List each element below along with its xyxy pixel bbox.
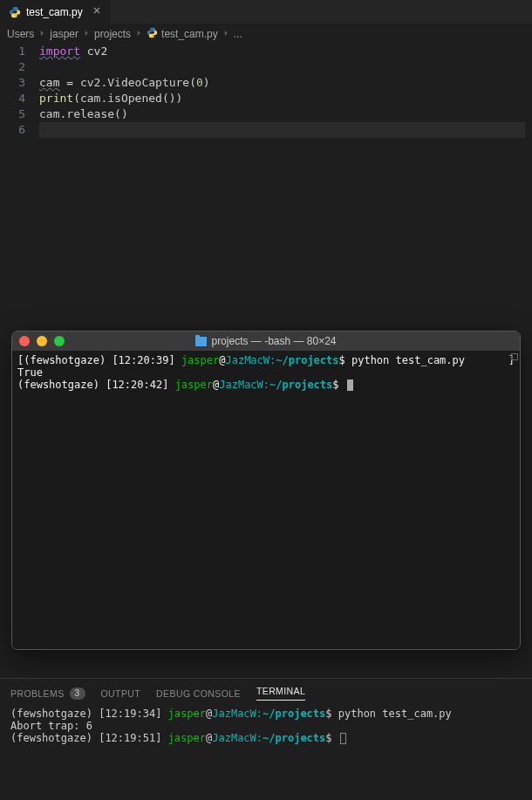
crumb-projects[interactable]: projects: [94, 28, 131, 40]
tab-terminal[interactable]: TERMINAL: [256, 686, 305, 701]
minimize-window-icon[interactable]: [37, 336, 47, 346]
close-icon[interactable]: [92, 5, 102, 18]
tab-output[interactable]: OUTPUT: [101, 686, 141, 701]
chevron-right-icon: [82, 28, 91, 40]
traffic-lights: [19, 336, 65, 346]
editor-tab-bar: test_cam.py: [0, 0, 532, 24]
bottom-panel: PROBLEMS 3 OUTPUT DEBUG CONSOLE TERMINAL…: [0, 678, 532, 800]
problems-badge: 3: [70, 687, 85, 700]
line-number-gutter: 123456: [0, 44, 39, 314]
crumb-jasper[interactable]: jasper: [50, 28, 78, 40]
panel-tab-bar: PROBLEMS 3 OUTPUT DEBUG CONSOLE TERMINAL: [0, 679, 532, 706]
chevron-right-icon: [134, 28, 143, 40]
python-icon: [9, 6, 21, 18]
close-window-icon[interactable]: [19, 336, 30, 346]
tab-debug-console[interactable]: DEBUG CONSOLE: [156, 686, 241, 701]
macos-terminal-window[interactable]: projects — -bash — 80×24 [(fewshotgaze) …: [11, 331, 521, 650]
integrated-terminal-body[interactable]: (fewshotgaze) [12:19:34] jasper@JazMacW:…: [0, 706, 532, 800]
python-icon: [147, 27, 158, 41]
terminal-body[interactable]: [(fewshotgaze) [12:20:39] jasper@JazMacW…: [12, 351, 520, 649]
code-content[interactable]: import cv2cam = cv2.VideoCapture(0)print…: [39, 44, 532, 314]
breadcrumb[interactable]: Users jasper projects test_cam.py ...: [0, 24, 532, 44]
maximize-window-icon[interactable]: [54, 336, 65, 346]
tab-test-cam[interactable]: test_cam.py: [0, 0, 112, 24]
tab-label: test_cam.py: [26, 6, 83, 18]
terminal-scroll-indicator: [511, 353, 518, 360]
chevron-right-icon: [222, 28, 230, 40]
crumb-users[interactable]: Users: [7, 28, 34, 40]
folder-icon: [195, 337, 207, 346]
tab-problems[interactable]: PROBLEMS 3: [10, 686, 85, 701]
crumb-ellipsis[interactable]: ...: [234, 28, 242, 40]
terminal-titlebar[interactable]: projects — -bash — 80×24: [12, 332, 520, 351]
terminal-title: projects — -bash — 80×24: [12, 335, 520, 347]
crumb-file[interactable]: test_cam.py: [147, 27, 218, 41]
code-editor[interactable]: 123456 import cv2cam = cv2.VideoCapture(…: [0, 44, 532, 314]
chevron-right-icon: [38, 28, 46, 40]
